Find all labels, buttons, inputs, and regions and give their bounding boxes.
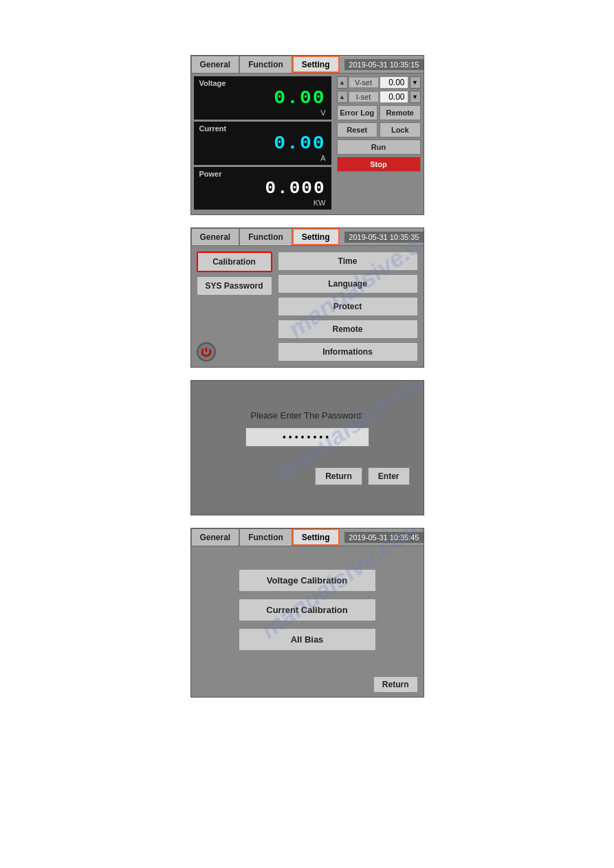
tab-function-p1[interactable]: Function bbox=[239, 56, 292, 73]
tab-general-p1[interactable]: General bbox=[191, 56, 240, 73]
vset-label: V-set bbox=[349, 78, 378, 87]
power-icon[interactable] bbox=[197, 342, 216, 361]
panel4-header: General Function Setting 2019-05-31 10:3… bbox=[191, 528, 424, 546]
run-button[interactable]: Run bbox=[337, 140, 421, 155]
tab-general-p2[interactable]: General bbox=[191, 228, 240, 245]
enter-btn-p3[interactable]: Enter bbox=[368, 467, 410, 485]
sys-password-button[interactable]: SYS Password bbox=[197, 276, 272, 296]
panel4-calibration: General Function Setting 2019-05-31 10:3… bbox=[190, 528, 424, 698]
remote-menu-button[interactable]: Remote bbox=[278, 320, 418, 339]
tab-setting-p2[interactable]: Setting bbox=[292, 228, 340, 245]
power-unit: KW bbox=[199, 199, 326, 207]
voltage-label: Voltage bbox=[199, 79, 326, 87]
left-column: Calibration SYS Password bbox=[197, 252, 272, 361]
time-button[interactable]: Time bbox=[278, 252, 418, 271]
panel2-timestamp: 2019-05-31 10:35:35 bbox=[344, 232, 423, 243]
voltage-value: 0.00 bbox=[199, 87, 326, 109]
panel3-body: Please Enter The Password: Return Enter bbox=[191, 381, 424, 515]
panel1-header: General Function Setting 2019-05-31 10:3… bbox=[191, 56, 424, 74]
panel4-timestamp: 2019-05-31 10:35:45 bbox=[344, 532, 423, 543]
lock-button[interactable]: Lock bbox=[380, 122, 421, 137]
voltage-display: Voltage 0.00 V bbox=[194, 76, 331, 120]
panel1-main-display: General Function Setting 2019-05-31 10:3… bbox=[190, 55, 424, 215]
display-area: Voltage 0.00 V Current 0.00 A Power 0.00… bbox=[191, 74, 334, 214]
panel2-body: Calibration SYS Password Time Language P… bbox=[191, 246, 424, 367]
vset-value: 0.00 bbox=[380, 76, 408, 89]
password-input[interactable] bbox=[245, 427, 369, 447]
return-btn-p3[interactable]: Return bbox=[315, 467, 362, 485]
voltage-unit: V bbox=[199, 109, 326, 117]
all-bias-button[interactable]: All Bias bbox=[239, 628, 376, 651]
iset-down-btn[interactable]: ▼ bbox=[410, 91, 421, 103]
error-log-button[interactable]: Error Log bbox=[337, 105, 378, 120]
power-label: Power bbox=[199, 170, 326, 178]
vset-row: ▲ V-set 0.00 ▼ bbox=[337, 76, 421, 89]
iset-label: I-set bbox=[349, 92, 378, 102]
reset-button[interactable]: Reset bbox=[337, 122, 378, 137]
tab-function-p4[interactable]: Function bbox=[239, 528, 292, 546]
tab-function-p2[interactable]: Function bbox=[239, 228, 292, 245]
ctrl-buttons: Error Log Remote Reset Lock Run Stop bbox=[337, 105, 421, 172]
return-btn-p4[interactable]: Return bbox=[373, 676, 418, 693]
tab-general-p4[interactable]: General bbox=[191, 528, 240, 546]
voltage-calibration-button[interactable]: Voltage Calibration bbox=[239, 569, 376, 592]
panel2-header: General Function Setting 2019-05-31 10:3… bbox=[191, 228, 424, 246]
current-unit: A bbox=[199, 154, 326, 162]
panel2-setting-menu: General Function Setting 2019-05-31 10:3… bbox=[190, 227, 424, 368]
current-value: 0.00 bbox=[199, 133, 326, 154]
panel4-body: Voltage Calibration Current Calibration … bbox=[191, 546, 424, 674]
iset-value: 0.00 bbox=[380, 91, 408, 103]
password-prompt: Please Enter The Password: bbox=[250, 410, 364, 421]
tab-setting-p1[interactable]: Setting bbox=[292, 56, 340, 73]
current-label: Current bbox=[199, 124, 326, 133]
remote-button[interactable]: Remote bbox=[380, 105, 421, 120]
vset-down-btn[interactable]: ▼ bbox=[410, 76, 421, 89]
panel1-timestamp: 2019-05-31 10:35:15 bbox=[344, 59, 423, 70]
power-display: Power 0.000 KW bbox=[194, 167, 331, 210]
informations-button[interactable]: Informations bbox=[278, 342, 418, 361]
vset-up-btn[interactable]: ▲ bbox=[337, 76, 348, 89]
control-area: ▲ V-set 0.00 ▼ ▲ I-set 0.00 ▼ Error Log … bbox=[334, 74, 424, 214]
stop-button[interactable]: Stop bbox=[337, 157, 421, 172]
panel1-body: Voltage 0.00 V Current 0.00 A Power 0.00… bbox=[191, 74, 424, 214]
power-value: 0.000 bbox=[199, 178, 326, 199]
current-calibration-button[interactable]: Current Calibration bbox=[239, 599, 376, 621]
tab-setting-p4[interactable]: Setting bbox=[292, 528, 340, 546]
right-column: Time Language Protect Remote Information… bbox=[278, 252, 418, 361]
protect-button[interactable]: Protect bbox=[278, 297, 418, 316]
panel3-password: Please Enter The Password: Return Enter … bbox=[190, 380, 424, 515]
bottom-left-area bbox=[197, 342, 272, 361]
current-display: Current 0.00 A bbox=[194, 122, 331, 165]
panel4-footer: Return bbox=[191, 674, 424, 697]
iset-up-btn[interactable]: ▲ bbox=[337, 91, 348, 103]
language-button[interactable]: Language bbox=[278, 274, 418, 293]
iset-row: ▲ I-set 0.00 ▼ bbox=[337, 91, 421, 103]
panel3-footer: Return Enter bbox=[315, 467, 409, 485]
calibration-button[interactable]: Calibration bbox=[197, 252, 272, 272]
